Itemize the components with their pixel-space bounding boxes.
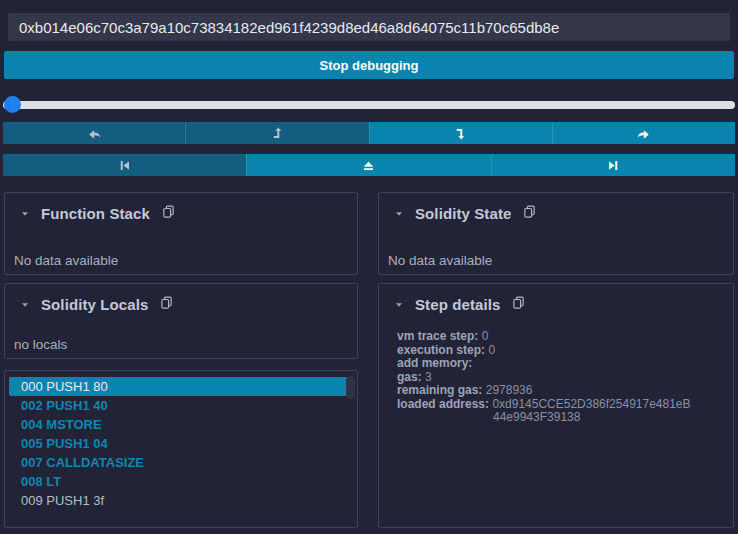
reply-arrow-icon [87, 126, 102, 141]
step-controls-row [3, 122, 735, 144]
step-backward-icon [117, 158, 132, 173]
chevron-down-icon[interactable] [20, 205, 30, 223]
scrollbar-thumb[interactable] [346, 376, 355, 399]
step-detail-field: vm trace step: 0 [397, 330, 725, 344]
breakpoint-controls-row [3, 154, 735, 176]
opcode-row[interactable]: 005 PUSH1 04 [5, 434, 357, 453]
step-details-fields: vm trace step: 0 execution step: 0 add m… [397, 330, 725, 425]
copy-icon[interactable] [161, 204, 176, 223]
copy-icon[interactable] [511, 295, 526, 314]
copy-icon[interactable] [159, 295, 174, 314]
jump-previous-breakpoint-button[interactable] [3, 154, 246, 176]
function-stack-title: Function Stack [41, 205, 150, 222]
step-detail-field: execution step: 0 [397, 344, 725, 358]
eject-icon [361, 158, 376, 173]
level-up-icon [270, 126, 285, 141]
jump-next-breakpoint-button[interactable] [491, 154, 735, 176]
opcode-row[interactable]: 009 PUSH1 3f [5, 491, 357, 510]
step-into-button[interactable] [369, 122, 552, 144]
step-detail-field: add memory: [397, 357, 725, 371]
solidity-locals-panel: Solidity Locals no locals [4, 283, 358, 359]
copy-icon[interactable] [522, 204, 537, 223]
slider-handle[interactable] [4, 96, 21, 113]
step-detail-field: loaded address: 0xd9145CCE52D386f254917e… [397, 398, 725, 412]
chevron-down-icon[interactable] [394, 205, 404, 223]
step-forward-icon [606, 158, 621, 173]
step-detail-field: gas: 3 [397, 371, 725, 385]
solidity-state-title: Solidity State [415, 205, 511, 222]
step-back-into-button[interactable] [185, 122, 368, 144]
slider-track[interactable] [3, 101, 735, 109]
opcode-row[interactable]: 004 MSTORE [5, 415, 357, 434]
opcode-row[interactable]: 007 CALLDATASIZE [5, 453, 357, 472]
solidity-locals-empty-message: no locals [14, 337, 67, 352]
jump-out-button[interactable] [246, 154, 490, 176]
step-over-back-button[interactable] [3, 122, 185, 144]
solidity-state-panel: Solidity State No data available [378, 192, 734, 275]
chevron-down-icon[interactable] [394, 296, 404, 314]
loaded-address-wrap-line: 44e9943F39138 [493, 411, 725, 425]
function-stack-empty-message: No data available [14, 253, 118, 268]
step-detail-field: remaining gas: 2978936 [397, 384, 725, 398]
transaction-hash-input[interactable] [8, 13, 730, 41]
opcode-row[interactable]: 008 LT [5, 472, 357, 491]
chevron-down-icon[interactable] [20, 296, 30, 314]
opcode-row-current[interactable]: 000 PUSH1 80 [9, 377, 348, 396]
step-details-panel: Step details vm trace step: 0 execution … [378, 283, 734, 528]
function-stack-panel: Function Stack No data available [4, 192, 358, 275]
opcode-row[interactable]: 002 PUSH1 40 [5, 396, 357, 415]
share-arrow-icon [636, 126, 651, 141]
level-down-icon [453, 126, 468, 141]
solidity-state-empty-message: No data available [388, 253, 492, 268]
step-details-title: Step details [415, 296, 500, 313]
stop-debugging-button[interactable]: Stop debugging [4, 51, 734, 79]
opcodes-panel[interactable]: 000 PUSH1 80 002 PUSH1 40 004 MSTORE 005… [4, 370, 358, 528]
debugger-step-slider[interactable] [0, 96, 738, 114]
solidity-locals-title: Solidity Locals [41, 296, 148, 313]
step-over-forward-button[interactable] [552, 122, 735, 144]
